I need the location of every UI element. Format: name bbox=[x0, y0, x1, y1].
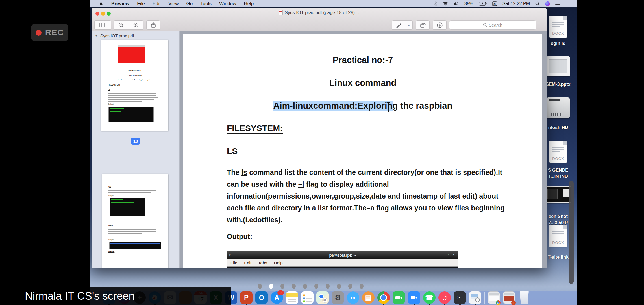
dock-facetime[interactable] bbox=[393, 291, 405, 305]
bluetooth-icon[interactable] bbox=[434, 1, 437, 6]
search-icon bbox=[483, 23, 487, 27]
dock-notes[interactable] bbox=[286, 291, 298, 305]
page-dot[interactable] bbox=[292, 284, 296, 289]
terminal-menu-help[interactable]: Help bbox=[274, 260, 283, 265]
menu-tools[interactable]: Tools bbox=[200, 1, 212, 6]
dock-divider bbox=[484, 291, 485, 305]
pdf-doc-icon bbox=[279, 10, 283, 15]
desktop-icon-label: S GENDE bbox=[548, 167, 568, 173]
siri-icon[interactable] bbox=[545, 1, 550, 6]
sidebar-toggle-button[interactable] bbox=[94, 20, 111, 30]
page-indicator-dots bbox=[258, 284, 364, 289]
dock-outlook[interactable]: O bbox=[255, 291, 268, 305]
menu-edit[interactable]: Edit bbox=[153, 1, 161, 6]
ls-paragraph: The ls command list the content of the c… bbox=[227, 166, 509, 226]
page-dot[interactable] bbox=[326, 284, 330, 289]
dock-whatsapp[interactable]: ☎ bbox=[423, 291, 436, 305]
page-dot[interactable] bbox=[337, 284, 341, 289]
selected-text: Aim-linuxcommand:Explorin bbox=[273, 101, 393, 111]
running-indicator bbox=[444, 304, 445, 305]
dock-books[interactable]: ▤ bbox=[362, 291, 375, 305]
zoom-in-button[interactable] bbox=[129, 21, 143, 29]
dock-zoom[interactable] bbox=[408, 291, 420, 305]
menu-help[interactable]: Help bbox=[244, 1, 254, 6]
dock-recent-chrome[interactable] bbox=[488, 291, 500, 305]
dock-messages[interactable]: ••• bbox=[347, 291, 359, 305]
page-dot[interactable] bbox=[280, 284, 284, 289]
running-indicator bbox=[475, 304, 476, 305]
menu-file[interactable]: File bbox=[137, 1, 145, 6]
highlighter-button[interactable] bbox=[392, 21, 405, 29]
section-ls: LS bbox=[227, 146, 238, 156]
zoom-out-button[interactable] bbox=[114, 21, 129, 29]
text-cursor bbox=[388, 102, 389, 112]
dock-trash[interactable] bbox=[518, 291, 530, 305]
highlighter-chevron[interactable]: ⌄ bbox=[405, 21, 412, 29]
dock-preview[interactable] bbox=[469, 291, 481, 305]
dock-music[interactable]: ♫ bbox=[438, 291, 451, 305]
terminal-menu-tabs[interactable]: Tabs bbox=[258, 260, 267, 265]
menu-view[interactable]: View bbox=[168, 1, 179, 6]
terminal-title: pi@solarpi: ~ bbox=[227, 253, 458, 258]
terminal-menu-file[interactable]: File bbox=[230, 260, 237, 265]
page-heading-aim: Aim-linuxcommand:Exploring the raspbian bbox=[183, 101, 542, 111]
thumbnail-page-18[interactable]: Practical no:-7 Linux command Aim-linuxc… bbox=[92, 31, 179, 149]
page-dot[interactable] bbox=[360, 284, 364, 289]
thumbnail-page-19[interactable]: CD Output: PWD Output: MKDIR bbox=[102, 174, 168, 268]
dock-powerpoint[interactable]: P bbox=[240, 291, 253, 305]
menu-app-preview[interactable]: Preview bbox=[111, 1, 129, 6]
input-source-icon[interactable]: ⌘ bbox=[492, 1, 497, 6]
page-dot[interactable] bbox=[303, 284, 307, 289]
running-indicator bbox=[459, 304, 461, 305]
window-title: Sycs IOT prac.pdf (page 18 of 29)⌄ bbox=[92, 10, 547, 15]
share-button[interactable] bbox=[146, 20, 160, 30]
battery-icon[interactable] bbox=[479, 2, 487, 6]
running-indicator bbox=[429, 304, 430, 305]
markup-toolbar-button[interactable] bbox=[433, 20, 447, 30]
output-label: Output: bbox=[227, 232, 252, 241]
page-dot[interactable] bbox=[258, 284, 262, 289]
terminal-window-buttons: – ▫ ✕ bbox=[443, 253, 456, 256]
pdf-page: Practical no:-7 Linux command Aim-linuxc… bbox=[183, 34, 542, 268]
shared-screen: Preview FileEditViewGoToolsWindowHelp 35… bbox=[90, 0, 577, 305]
screen-share-label: Nirmala IT CS's screen bbox=[0, 287, 231, 305]
rotate-button[interactable] bbox=[416, 20, 430, 30]
terminal-screenshot: ▾ pi@solarpi: ~ – ▫ ✕ FileEditTabsHelp bbox=[227, 251, 458, 268]
apple-menu-icon[interactable] bbox=[99, 1, 104, 6]
thumbnail-sidebar: ▼ Sycs IOT prac.pdf Practical no:-7 Linu… bbox=[92, 31, 180, 268]
dock-reminders[interactable] bbox=[301, 291, 314, 305]
letterbox-right bbox=[577, 0, 644, 305]
scrollbar[interactable] bbox=[569, 181, 574, 284]
menu-window[interactable]: Window bbox=[219, 1, 236, 6]
dock-appstore[interactable]: A2 bbox=[271, 291, 283, 305]
page-dot[interactable] bbox=[314, 284, 318, 289]
menu-clock[interactable]: Sat 12:22 PM bbox=[502, 1, 530, 6]
pdf-content-area: Practical no:-7 Linux command Aim-linuxc… bbox=[180, 31, 547, 268]
menu-go[interactable]: Go bbox=[186, 1, 193, 6]
notification-center-icon[interactable] bbox=[555, 2, 560, 5]
page-dot[interactable] bbox=[269, 284, 273, 289]
desktop-icon-label: T-site link bbox=[548, 254, 569, 260]
dock-settings[interactable]: ⚙ bbox=[332, 291, 344, 305]
desktop-icon-label: SEM-3.pptx bbox=[546, 81, 570, 88]
spotlight-icon[interactable] bbox=[535, 1, 540, 6]
preview-window: Sycs IOT prac.pdf (page 18 of 29)⌄ bbox=[92, 8, 547, 268]
search-field[interactable]: Search bbox=[449, 20, 536, 30]
pptx-file-icon bbox=[546, 56, 570, 76]
terminal-window-icon: ▾ bbox=[229, 253, 231, 257]
docx-file-icon: DOCX bbox=[549, 16, 567, 38]
highlight-button-group: ⌄ bbox=[392, 20, 413, 30]
zoom-controls bbox=[114, 20, 143, 30]
terminal-menu-edit[interactable]: Edit bbox=[244, 260, 251, 265]
dock-chrome[interactable] bbox=[377, 291, 390, 305]
dock-terminal[interactable]: >_ bbox=[454, 291, 466, 305]
dock-maps[interactable]: 3D bbox=[316, 291, 329, 305]
wifi-icon[interactable] bbox=[443, 2, 448, 6]
title-chevron-icon[interactable]: ⌄ bbox=[357, 11, 360, 15]
dock-recent-powerpoint[interactable]: P bbox=[503, 291, 515, 305]
rec-label: REC bbox=[45, 28, 64, 37]
page-dot[interactable] bbox=[348, 284, 352, 289]
page-heading-practical: Practical no:-7 bbox=[183, 55, 542, 65]
volume-icon[interactable] bbox=[454, 2, 459, 6]
desktop-icon-label: ntosh HD bbox=[548, 125, 568, 131]
